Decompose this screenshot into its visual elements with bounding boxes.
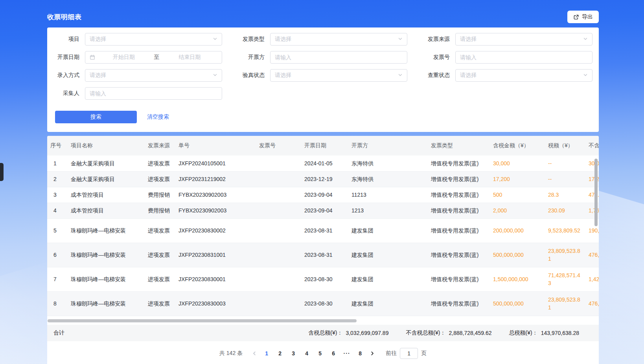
dup-status-placeholder: 请选择 [460,72,581,79]
invoice-no-input[interactable] [460,54,588,60]
cell-amount-tax-incl: 500,000,000 [490,243,545,267]
collector-input-wrap [85,87,222,100]
cell-index: 6 [47,243,68,267]
column-header: 发票类型 [428,136,490,155]
invoice-no-input-wrap [455,51,592,64]
issuer-input[interactable] [275,54,403,60]
invoice-date-range-picker[interactable]: 开始日期 至 结束日期 [85,51,222,64]
invoice-table: 序号项目名称发票来源单号发票号开票日期开票方发票类型含税金额（¥）税额（¥）不含… [47,136,599,316]
export-button[interactable]: 导出 [567,11,599,23]
start-date-placeholder: 开始日期 [96,54,152,61]
search-button[interactable]: 搜索 [55,111,137,123]
cell-doc-number: JXFP20240105001 [175,155,256,171]
cell-doc-number: FYBX20230902003 [175,187,256,203]
chevron-left-icon [252,351,257,356]
cell-invoice-date: 2024-01-05 [301,155,348,171]
page-number[interactable]: 1 [261,348,272,359]
cell-invoice-number [256,187,301,203]
chevron-right-icon [370,351,375,356]
side-drawer-handle[interactable] [0,163,4,181]
cell-amount-tax-excl: 476,190,476.19 [585,291,599,316]
field-invoice-type: 发票类型 请选择 [232,33,407,46]
cell-doc-number: JXFP20230830002 [175,218,256,243]
cell-invoice-source: 进项发票 [145,171,175,187]
table-viewport: 序号项目名称发票来源单号发票号开票日期开票方发票类型含税金额（¥）税额（¥）不含… [47,136,599,316]
field-collector: 采集人 [47,87,222,100]
column-header: 发票来源 [145,136,175,155]
table-row[interactable]: 6 珠穆朗玛峰—电梯安装 进项发票 JXFP20230831001 2023-0… [47,243,599,267]
vertical-scrollbar-thumb[interactable] [594,159,598,226]
page-number[interactable]: 8 [355,348,366,359]
table-row[interactable]: 4 成本管控项目 费用报销 FYBX20230902003 2023-09-04… [47,203,599,218]
column-header: 开票方 [348,136,428,155]
table-row[interactable]: 5 珠穆朗玛峰—电梯安装 进项发票 JXFP20230830002 2023-0… [47,218,599,243]
cell-invoice-source: 费用报销 [145,203,175,218]
horizontal-scrollbar-thumb[interactable] [48,319,357,322]
cell-invoice-number [256,267,301,291]
cell-tax: 230.09 [545,203,585,218]
page-number[interactable]: 4 [301,348,312,359]
cell-tax: 28.3 [545,187,585,203]
cell-project-name: 珠穆朗玛峰—电梯安装 [68,267,145,291]
table-row[interactable]: 3 成本管控项目 费用报销 FYBX20230902003 2023-09-04… [47,187,599,203]
page-number[interactable]: 3 [288,348,299,359]
collector-input[interactable] [90,90,217,97]
invoice-type-select[interactable]: 请选择 [270,33,407,46]
date-range-separator: 至 [152,54,162,61]
page-number[interactable]: ··· [341,348,352,359]
cell-issuer: 11213 [348,187,428,203]
cell-doc-number: JXFP20231219002 [175,171,256,187]
table-row[interactable]: 7 珠穆朗玛峰—电梯安装 进项发票 JXFP20230830001 2023-0… [47,267,599,291]
field-verify-status: 验真状态 请选择 [232,69,407,82]
invoice-source-placeholder: 请选择 [460,36,581,43]
cell-invoice-source: 进项发票 [145,267,175,291]
next-page-button[interactable] [367,348,378,359]
table-row[interactable]: 2 金融大厦采购项目 进项发票 JXFP20231219002 2023-12-… [47,171,599,187]
invoice-source-label: 发票来源 [418,36,455,43]
column-header: 不含税金额（¥） [585,136,599,155]
page-number[interactable]: 5 [315,348,326,359]
summary-item-label: 不含税总额(¥)： [406,329,445,337]
entry-method-placeholder: 请选择 [90,72,210,79]
cell-tax: 9,523,809.52 [545,218,585,243]
page-number[interactable]: 6 [328,348,339,359]
verify-status-label: 验真状态 [232,72,270,79]
table-row[interactable]: 1 金融大厦采购项目 进项发票 JXFP20240105001 2024-01-… [47,155,599,171]
table-row[interactable]: 8 珠穆朗玛峰—电梯安装 进项发票 JXFP20230830003 2023-0… [47,291,599,316]
chevron-down-icon [583,72,588,79]
invoice-source-select[interactable]: 请选择 [455,33,592,46]
chevron-down-icon [583,36,588,42]
chevron-down-icon [213,36,217,42]
clear-search-link[interactable]: 清空搜索 [147,113,169,121]
field-invoice-source: 发票来源 请选择 [418,33,592,46]
cell-tax: 23,809,523.81 [545,243,585,267]
cell-amount-tax-incl: 200,000,000 [490,218,545,243]
dup-status-select[interactable]: 请选择 [455,69,592,82]
collector-label: 采集人 [47,90,85,97]
page-number[interactable]: 2 [274,348,285,359]
cell-tax: 23,809,523.81 [545,291,585,316]
prev-page-button[interactable] [249,348,260,359]
table-header-row: 序号项目名称发票来源单号发票号开票日期开票方发票类型含税金额（¥）税额（¥）不含… [47,136,599,155]
summary-item-label: 含税总额(¥)： [308,329,342,337]
pagination-total-count: 共 142 条 [219,350,243,357]
summary-items: 含税总额(¥)： 3,032,699,097.89 不含税总额(¥)： 2,88… [308,329,599,337]
cell-invoice-source: 进项发票 [145,155,175,171]
cell-tax: -- [545,155,585,171]
chevron-down-icon [398,36,403,42]
cell-issuer: 建发集团 [348,243,428,267]
field-dup-status: 查重状态 请选择 [418,69,592,82]
filter-grid: 项目 请选择 发票类型 请选择 发票来源 [47,33,592,105]
project-select[interactable]: 请选择 [85,33,222,46]
export-icon [573,14,579,20]
cell-doc-number: JXFP20230831001 [175,243,256,267]
cell-invoice-date: 2023-08-31 [301,218,348,243]
chevron-down-icon [213,72,217,79]
verify-status-select[interactable]: 请选择 [270,69,407,82]
summary-item-value: 3,032,699,097.89 [346,330,388,336]
cell-invoice-type: 增值税专用发票(蓝) [428,171,490,187]
goto-page-input[interactable] [400,348,418,359]
entry-method-select[interactable]: 请选择 [85,69,222,82]
filter-actions: 搜索 清空搜索 [47,105,592,132]
column-header: 序号 [47,136,68,155]
